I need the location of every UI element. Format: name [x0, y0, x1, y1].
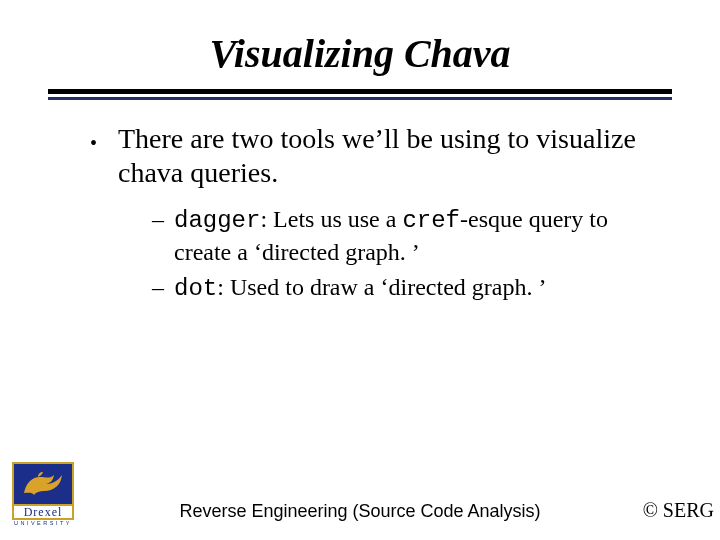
sub-bullet-body: dagger: Lets us use a cref-esque query t…: [174, 204, 650, 267]
title-rule: [48, 89, 672, 100]
sub-text-a: : Used to draw a ‘directed graph. ’: [217, 274, 546, 300]
footer-title: Reverse Engineering (Source Code Analysi…: [0, 501, 720, 522]
bullet-text: There are two tools we’ll be using to vi…: [118, 122, 650, 190]
code-term: dot: [174, 275, 217, 302]
bullet-dot-icon: [90, 124, 118, 190]
content-area: There are two tools we’ll be using to vi…: [90, 122, 650, 304]
code-term: cref: [402, 207, 460, 234]
logo-emblem: [12, 462, 74, 506]
bullet-dash-icon: [152, 272, 174, 305]
bullet-dash-icon: [152, 204, 174, 267]
sub-bullet-list: dagger: Lets us use a cref-esque query t…: [152, 204, 650, 304]
footer-copyright: © SERG: [643, 499, 714, 522]
sub-text-a: : Lets us use a: [260, 206, 402, 232]
sub-bullet-body: dot: Used to draw a ‘directed graph. ’: [174, 272, 546, 305]
dragon-icon: [20, 469, 66, 499]
bullet-level2: dot: Used to draw a ‘directed graph. ’: [152, 272, 650, 305]
bullet-level1: There are two tools we’ll be using to vi…: [90, 122, 650, 190]
code-term: dagger: [174, 207, 260, 234]
slide-title: Visualizing Chava: [30, 30, 690, 77]
slide: Visualizing Chava There are two tools we…: [0, 0, 720, 540]
bullet-level2: dagger: Lets us use a cref-esque query t…: [152, 204, 650, 267]
